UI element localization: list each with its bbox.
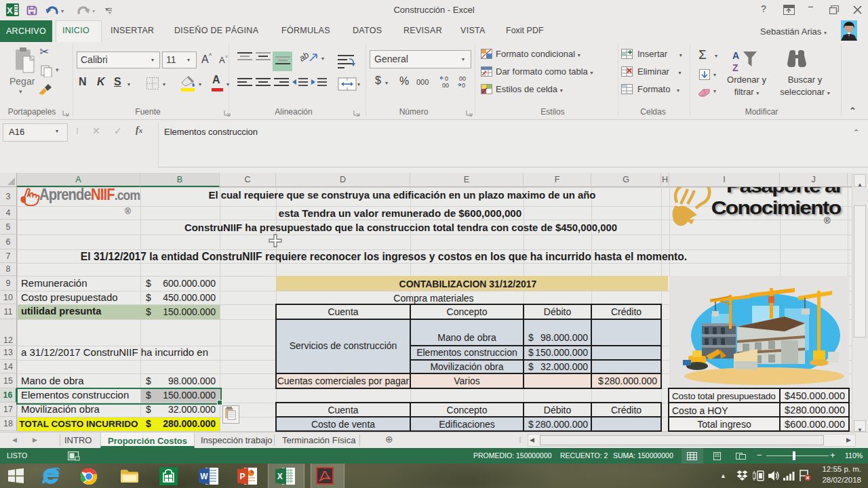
svg-text:W: W	[200, 472, 208, 481]
svg-text:P: P	[240, 472, 245, 481]
svg-text:0: 0	[445, 75, 448, 82]
svg-text:A: A	[732, 50, 739, 61]
svg-text:00: 00	[459, 75, 466, 82]
svg-text:00: 00	[442, 82, 449, 89]
svg-text:0: 0	[462, 82, 465, 89]
svg-text:Z: Z	[732, 62, 738, 73]
svg-text:X: X	[277, 472, 283, 481]
